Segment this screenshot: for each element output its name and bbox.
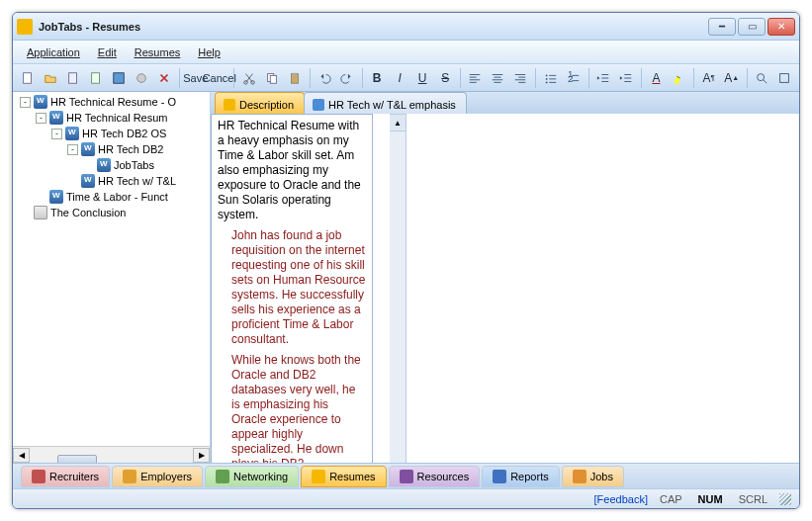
numbering-button[interactable]: 12 [563, 67, 585, 89]
menu-resumes[interactable]: Resumes [127, 44, 188, 60]
maximize-button[interactable]: ▭ [738, 18, 766, 36]
highlight-button[interactable] [668, 67, 689, 89]
tree-node[interactable]: -HR Technical Resum [13, 110, 210, 126]
tree-node-label: The Conclusion [50, 207, 126, 218]
scroll-up-arrow[interactable]: ▲ [390, 115, 406, 131]
feedback-link[interactable]: [Feedback] [594, 493, 648, 505]
resume-tree[interactable]: -HR Technical Resume - O-HR Technical Re… [13, 92, 210, 446]
find-button[interactable] [751, 67, 772, 89]
redo-icon [340, 71, 354, 85]
tool-doc1[interactable] [62, 67, 84, 89]
collapse-icon[interactable]: - [67, 144, 78, 155]
scissors-icon [242, 71, 256, 85]
cancel-button[interactable]: Cancel [206, 67, 229, 89]
num-indicator: NUM [694, 493, 727, 505]
search-icon [755, 71, 768, 85]
tree-node[interactable]: -HR Technical Resume - O [13, 94, 210, 110]
resize-grip[interactable] [779, 493, 791, 505]
editor-vscrollbar[interactable]: ▲ ▼ [390, 114, 406, 463]
tab-hr-tech-w-t-l-emphasis[interactable]: HR Tech w/ T&L emphasis [304, 92, 467, 114]
bullets-button[interactable] [540, 67, 562, 89]
tree-node[interactable]: JobTabs [13, 157, 210, 173]
font-size-inc-button[interactable]: A▲ [721, 67, 743, 89]
tool-save-quick[interactable] [108, 67, 130, 89]
tree-spacer [83, 160, 94, 171]
tool-end[interactable] [773, 67, 795, 89]
tool-misc1[interactable] [131, 67, 152, 89]
editor-note-2: While he knows both the Oracle and DB2 d… [218, 353, 366, 463]
minimize-button[interactable]: ━ [708, 18, 736, 36]
scroll-thumb[interactable] [57, 455, 97, 463]
module-tab-icon [216, 470, 229, 483]
svg-rect-3 [114, 72, 125, 83]
strike-button[interactable]: S [434, 67, 456, 89]
module-tab-jobs[interactable]: Jobs [562, 466, 624, 487]
scroll-left-arrow[interactable]: ◀ [13, 448, 30, 463]
tree-node-label: HR Technical Resume - O [50, 96, 176, 108]
collapse-icon[interactable]: - [20, 97, 31, 108]
clipboard-icon [288, 71, 302, 85]
undo-button[interactable] [314, 67, 335, 89]
module-tab-label: Employers [140, 471, 192, 482]
menu-help[interactable]: Help [190, 44, 228, 60]
module-tab-reports[interactable]: Reports [482, 466, 560, 487]
module-tab-resumes[interactable]: Resumes [301, 466, 386, 487]
tool-new[interactable] [17, 67, 39, 89]
cut-button[interactable] [238, 67, 260, 89]
tool-delete[interactable] [153, 67, 175, 89]
word-doc-icon [81, 174, 95, 188]
word-doc-icon [34, 95, 47, 109]
module-tab-networking[interactable]: Networking [205, 466, 299, 487]
align-right-button[interactable] [509, 67, 531, 89]
font-color-button[interactable]: A [645, 67, 667, 89]
copy-button[interactable] [261, 67, 283, 89]
paste-button[interactable] [284, 67, 306, 89]
underline-button[interactable]: U [411, 67, 433, 89]
module-tab-icon [493, 470, 506, 483]
close-button[interactable]: ✕ [767, 18, 795, 36]
menu-application[interactable]: Application [19, 44, 88, 60]
module-tab-icon [573, 470, 586, 483]
tool-open[interactable] [40, 67, 61, 89]
tree-spacer [36, 192, 46, 203]
svg-point-14 [546, 78, 548, 80]
tree-node[interactable]: Time & Labor - Funct [13, 189, 210, 205]
tree-node[interactable]: -HR Tech DB2 OS [13, 126, 210, 141]
module-tab-label: Reports [510, 471, 549, 482]
svg-rect-0 [24, 72, 32, 83]
tree-node[interactable]: -HR Tech DB2 [13, 141, 210, 157]
description-editor[interactable]: HR Technical Resume with a heavy emphasi… [211, 114, 373, 463]
statusbar: [Feedback] CAP NUM SCRL [13, 488, 799, 508]
tab-description[interactable]: Description [215, 92, 305, 114]
module-tab-recruiters[interactable]: Recruiters [21, 466, 110, 487]
svg-rect-1 [69, 72, 77, 83]
collapse-icon[interactable]: - [51, 129, 62, 139]
scroll-right-arrow[interactable]: ▶ [193, 448, 210, 463]
italic-button[interactable]: I [389, 67, 410, 89]
tool-doc2[interactable] [85, 67, 107, 89]
outdent-button[interactable] [592, 67, 614, 89]
tab-icon [313, 99, 324, 111]
bold-button[interactable]: B [366, 67, 388, 89]
redo-button[interactable] [336, 67, 358, 89]
tree-node-label: HR Tech w/ T&L [98, 175, 176, 187]
svg-point-15 [546, 81, 548, 83]
font-button[interactable]: A¶ [698, 67, 720, 89]
align-center-button[interactable] [487, 67, 508, 89]
tab-icon [224, 99, 235, 111]
align-left-button[interactable] [464, 67, 486, 89]
collapse-icon[interactable]: - [36, 113, 46, 124]
tree-node-label: JobTabs [114, 159, 154, 171]
svg-rect-19 [780, 73, 789, 82]
scrl-indicator: SCRL [735, 493, 771, 505]
module-tab-label: Recruiters [49, 471, 99, 482]
tree-hscrollbar[interactable]: ◀ ▶ [13, 446, 210, 463]
module-tab-label: Jobs [590, 471, 613, 482]
svg-rect-2 [92, 72, 100, 83]
module-tab-employers[interactable]: Employers [112, 466, 203, 487]
menu-edit[interactable]: Edit [90, 44, 125, 60]
indent-button[interactable] [615, 67, 637, 89]
tree-node[interactable]: HR Tech w/ T&L [13, 173, 210, 189]
module-tab-resources[interactable]: Resources [389, 466, 481, 487]
tree-node[interactable]: The Conclusion [13, 205, 210, 220]
